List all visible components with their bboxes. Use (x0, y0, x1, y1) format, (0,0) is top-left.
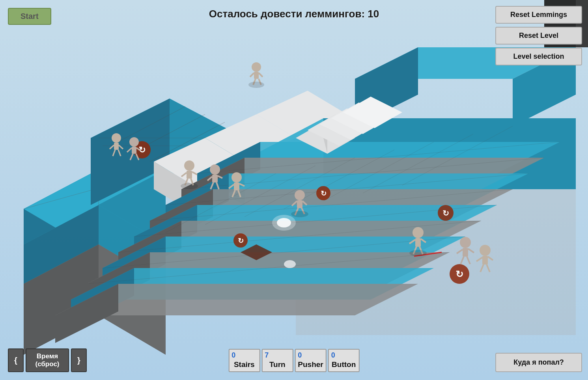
where-am-i-container: Куда я попал? (495, 353, 582, 372)
svg-text:↻: ↻ (442, 209, 449, 218)
action-button-pusher[interactable]: 0Pusher (295, 349, 326, 372)
svg-point-109 (184, 160, 194, 171)
level-selection-button[interactable]: Level selection (495, 48, 582, 65)
svg-rect-98 (114, 143, 119, 150)
action-count-turn: 7 (265, 351, 269, 360)
svg-point-115 (210, 164, 220, 175)
svg-point-97 (112, 133, 121, 143)
svg-rect-92 (254, 72, 259, 79)
bracket-close-button[interactable]: } (71, 348, 87, 372)
svg-point-133 (413, 227, 424, 238)
action-label-stairs: Stairs (234, 360, 255, 369)
time-controls: { Время (сброс) } (8, 348, 87, 372)
svg-point-151 (248, 82, 264, 88)
svg-point-145 (480, 245, 491, 256)
svg-point-103 (129, 137, 139, 147)
reset-level-button[interactable]: Reset Level (495, 27, 582, 45)
action-button-turn[interactable]: 7Turn (261, 349, 293, 372)
svg-text:↻: ↻ (238, 237, 244, 245)
action-count-stairs: 0 (231, 351, 235, 360)
start-button[interactable]: Start (8, 8, 51, 25)
svg-point-153 (291, 211, 308, 217)
action-button-button[interactable]: 0Button (328, 349, 360, 372)
action-label-pusher: Pusher (298, 360, 323, 369)
top-right-controls: Reset Lemmings Reset Level Level selecti… (495, 6, 582, 65)
bracket-open-button[interactable]: { (8, 348, 24, 372)
lemmings-count-title: Осталось довести леммингов: 10 (209, 8, 379, 20)
action-buttons: 0Stairs7Turn0Pusher0Button (228, 349, 359, 372)
action-count-pusher: 0 (298, 351, 302, 360)
action-label-turn: Turn (269, 360, 286, 369)
time-reset-label: Время (сброс) (26, 348, 69, 372)
svg-rect-104 (132, 147, 136, 154)
svg-rect-122 (234, 183, 239, 190)
svg-point-91 (252, 62, 261, 72)
svg-point-90 (284, 260, 296, 268)
where-am-i-button[interactable]: Куда я попал? (495, 353, 582, 372)
reset-lemmings-button[interactable]: Reset Lemmings (495, 6, 582, 24)
svg-text:↻: ↻ (321, 190, 327, 197)
svg-rect-134 (415, 238, 421, 247)
svg-rect-116 (212, 175, 218, 183)
svg-point-89 (272, 215, 296, 231)
action-label-button: Button (332, 360, 356, 369)
svg-rect-110 (187, 171, 192, 179)
svg-point-139 (460, 237, 471, 248)
svg-point-154 (409, 250, 427, 256)
svg-text:↻: ↻ (455, 269, 463, 279)
svg-point-121 (231, 172, 242, 183)
action-button-stairs[interactable]: 0Stairs (228, 349, 260, 372)
svg-rect-146 (482, 256, 488, 265)
svg-rect-128 (297, 200, 302, 208)
svg-point-152 (181, 183, 198, 189)
svg-point-127 (295, 190, 305, 200)
svg-rect-140 (463, 248, 468, 257)
action-count-button: 0 (331, 351, 335, 360)
